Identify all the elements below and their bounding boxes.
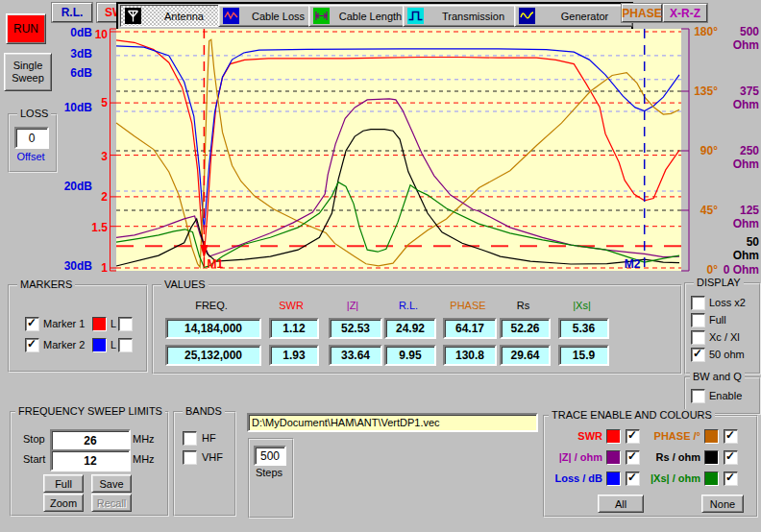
value-rl-m2: 9.95 (384, 345, 436, 366)
marker-1-color-swatch[interactable] (92, 317, 107, 331)
header-freq: FREQ. (163, 300, 259, 311)
display-xc-xl-checkbox[interactable] (691, 330, 705, 345)
hf-band-checkbox[interactable] (183, 431, 197, 446)
value-freq-m1: 14,184,000 (165, 318, 261, 339)
cable-length-mode-button[interactable]: Cable Length (308, 5, 410, 27)
value-rs-m1: 52.26 (500, 318, 551, 339)
trace-z-label: |Z| / ohm (547, 451, 602, 463)
sweep-chart[interactable]: M1M2 (109, 27, 697, 275)
run-button[interactable]: RUN (6, 13, 46, 44)
trace-xs-checkbox[interactable] (724, 472, 738, 486)
hf-band-label: HF (202, 432, 216, 444)
trace-phase-checkbox[interactable] (724, 429, 738, 444)
markers-group-title: MARKERS (17, 278, 75, 290)
stop-frequency-input[interactable]: 26 (50, 429, 131, 451)
loss-offset-input[interactable]: 0 (14, 127, 49, 149)
value-phase-m1: 64.17 (443, 318, 497, 339)
display-50ohm-label: 50 ohm (709, 349, 745, 360)
ohm-label: 50 Ohm (718, 235, 759, 262)
transmission-icon (407, 8, 424, 24)
zoom-button[interactable]: Zoom (43, 494, 84, 512)
start-unit-label: MHz (133, 453, 155, 465)
display-group-title: DISPLAY (694, 277, 744, 288)
trace-loss-swatch[interactable] (606, 472, 621, 486)
trace-loss-checkbox[interactable] (626, 472, 640, 486)
ohm-label: 0 Ohm (718, 263, 759, 277)
bands-group: BANDS HF VHF (173, 411, 236, 517)
generator-mode-label: Generator (541, 11, 628, 22)
marker-1-l-checkbox[interactable] (118, 317, 133, 331)
trace-swr-swatch[interactable] (606, 429, 621, 444)
single-sweep-button[interactable]: Single Sweep (4, 53, 52, 91)
stop-unit-label: MHz (133, 433, 155, 445)
axis-label-swr-3: 3 (85, 150, 108, 163)
display-xc-xl-label: Xc / Xl (709, 331, 740, 343)
deg-label: 0° (686, 263, 718, 277)
value-xs-m2: 15.9 (558, 345, 609, 366)
axis-label-swr-1: 1 (85, 261, 108, 275)
trace-z-swatch[interactable] (606, 450, 621, 465)
all-traces-button[interactable]: All (598, 495, 644, 513)
tab-phase[interactable]: PHASE (622, 4, 662, 22)
marker-1-checkbox[interactable] (25, 317, 39, 331)
trace-rs-checkbox[interactable] (724, 450, 738, 465)
recall-button: Recall (91, 494, 132, 512)
axis-label-6db: 6dB (48, 66, 92, 80)
axis-label-swr-10: 10 (85, 28, 108, 41)
value-swr-m2: 1.93 (269, 345, 319, 366)
marker-2-color-swatch[interactable] (92, 338, 107, 352)
marker-2-l-label: L (110, 339, 116, 351)
no-traces-button[interactable]: None (701, 495, 744, 513)
deg-label (686, 235, 718, 262)
steps-input[interactable]: 500 (254, 446, 286, 466)
value-freq-m2: 25,132,000 (165, 345, 261, 366)
vhf-band-checkbox[interactable] (183, 450, 197, 465)
full-span-button[interactable]: Full (43, 474, 84, 493)
ohm-label: 250 Ohm (718, 144, 759, 171)
marker-1-label: Marker 1 (43, 318, 85, 329)
marker-2-checkbox[interactable] (25, 338, 39, 352)
vec-file-path-field[interactable]: D:\MyDocument\HAM\ANT\VertDP1.vec (247, 413, 538, 432)
generator-mode-button[interactable]: Generator (514, 5, 633, 27)
trace-z-checkbox[interactable] (626, 450, 640, 465)
display-full-checkbox[interactable] (691, 313, 705, 327)
markers-group: MARKERS Marker 1 L Marker 2 L (8, 284, 148, 373)
marker-1-l-label: L (110, 318, 116, 329)
header-rl: R.L. (382, 300, 434, 311)
tab-x-r-z[interactable]: X-R-Z (663, 4, 707, 22)
display-50ohm-checkbox[interactable] (691, 348, 705, 362)
trace-xs-swatch[interactable] (704, 472, 719, 486)
start-label: Start (23, 453, 45, 465)
axis-label-50ohm: 50 Ohm (686, 235, 759, 262)
axis-label-swr-1-5: 1.5 (85, 221, 108, 234)
value-swr-m1: 1.12 (269, 318, 319, 339)
ohm-label: 375 Ohm (718, 85, 759, 111)
swr-axis-bracket (110, 29, 117, 271)
tab-return-loss[interactable]: R.L. (52, 3, 92, 22)
value-xs-m1: 5.36 (558, 318, 609, 339)
value-z-m2: 33.64 (329, 345, 382, 366)
trace-phase-swatch[interactable] (704, 429, 719, 444)
trace-swr-checkbox[interactable] (626, 429, 640, 444)
trace-rs-label: Rs / ohm (643, 451, 700, 463)
ohm-label: 500 Ohm (718, 25, 759, 52)
antenna-mode-button[interactable]: Antenna (120, 5, 226, 27)
loss-offset-group: LOSS 0 Offset (8, 113, 58, 173)
bands-group-title: BANDS (183, 405, 225, 417)
transmission-mode-button[interactable]: Transmission (403, 5, 522, 27)
save-button[interactable]: Save (91, 474, 132, 493)
antenna-mode-label: Antenna (147, 11, 221, 22)
cable-loss-mode-button[interactable]: Cable Loss (218, 5, 316, 27)
trace-phase-label: PHASE /° (643, 430, 700, 442)
marker-2-l-checkbox[interactable] (118, 338, 133, 352)
display-loss-x2-checkbox[interactable] (691, 296, 705, 310)
generator-icon (519, 8, 535, 24)
bw-q-enable-checkbox[interactable] (691, 389, 705, 403)
display-loss-x2-label: Loss x2 (709, 297, 746, 308)
value-rl-m1: 24.92 (384, 318, 436, 339)
start-frequency-input[interactable]: 12 (50, 449, 131, 472)
trace-rs-swatch[interactable] (704, 450, 719, 465)
header-z: |Z| (326, 300, 380, 311)
axis-label-swr-5: 5 (85, 96, 108, 109)
cable-length-mode-label: Cable Length (335, 11, 405, 22)
